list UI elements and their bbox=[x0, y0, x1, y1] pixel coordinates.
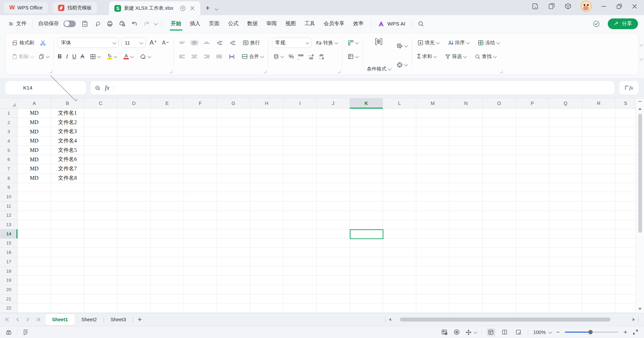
cell-M1[interactable] bbox=[416, 109, 449, 118]
cell-J21[interactable] bbox=[317, 294, 350, 303]
cell-F4[interactable] bbox=[184, 136, 217, 146]
cell-L4[interactable] bbox=[383, 136, 416, 146]
cell-A6[interactable]: MD bbox=[18, 155, 51, 164]
cell-K4[interactable] bbox=[350, 136, 383, 146]
cell-N9[interactable] bbox=[449, 183, 483, 192]
cell-N6[interactable] bbox=[449, 155, 483, 164]
cell-P21[interactable] bbox=[516, 294, 549, 303]
cell-E16[interactable] bbox=[151, 248, 184, 257]
cell-Q13[interactable] bbox=[549, 220, 582, 229]
cell-O18[interactable] bbox=[483, 267, 516, 276]
zoom-slider-thumb[interactable] bbox=[588, 330, 593, 334]
cell-F3[interactable] bbox=[184, 127, 217, 136]
cell-B19[interactable] bbox=[51, 276, 84, 285]
filter-chevron-icon[interactable] bbox=[463, 54, 467, 58]
cell-M13[interactable] bbox=[416, 220, 449, 229]
cell-I4[interactable] bbox=[283, 136, 317, 146]
cell-G14[interactable] bbox=[217, 229, 250, 238]
cell-S17[interactable] bbox=[615, 257, 636, 266]
cell-S20[interactable] bbox=[615, 285, 636, 294]
cell-H5[interactable] bbox=[250, 146, 283, 155]
align-middle-button[interactable] bbox=[190, 40, 199, 45]
increase-font-button[interactable]: A+ bbox=[148, 38, 158, 48]
cell-S7[interactable] bbox=[615, 164, 636, 173]
cell-R17[interactable] bbox=[582, 257, 615, 266]
cell-M2[interactable] bbox=[416, 118, 449, 127]
cell-O22[interactable] bbox=[483, 303, 516, 313]
cell-I15[interactable] bbox=[283, 239, 317, 248]
pan-mode-chevron-icon[interactable] bbox=[473, 330, 477, 333]
cell-P2[interactable] bbox=[516, 118, 549, 127]
row-header-17[interactable]: 17 bbox=[0, 257, 17, 267]
cell-F6[interactable] bbox=[184, 155, 217, 164]
menu-tab-工具[interactable]: 工具 bbox=[300, 15, 319, 32]
split-handle[interactable] bbox=[638, 101, 642, 102]
cell-D15[interactable] bbox=[117, 239, 151, 248]
cell-R21[interactable] bbox=[582, 294, 615, 303]
cell-R20[interactable] bbox=[582, 285, 615, 294]
cell-O12[interactable] bbox=[483, 211, 516, 220]
menu-tab-开始[interactable]: 开始 bbox=[166, 15, 185, 32]
filter-button[interactable]: 筛选 bbox=[443, 52, 467, 61]
cell-L12[interactable] bbox=[383, 211, 416, 220]
cell-I16[interactable] bbox=[283, 248, 317, 257]
cell-B13[interactable] bbox=[51, 220, 84, 229]
column-header-K[interactable]: K bbox=[350, 98, 383, 108]
cell-H10[interactable] bbox=[250, 192, 283, 201]
cell-L16[interactable] bbox=[383, 248, 416, 257]
cell-F11[interactable] bbox=[184, 202, 217, 211]
cell-J22[interactable] bbox=[317, 303, 350, 313]
cell-H19[interactable] bbox=[250, 276, 283, 285]
column-header-L[interactable]: L bbox=[383, 98, 416, 108]
cell-Q16[interactable] bbox=[549, 248, 582, 257]
alignment-dialog-launcher[interactable] bbox=[264, 70, 266, 73]
cell-H17[interactable] bbox=[250, 257, 283, 266]
row-header-21[interactable]: 21 bbox=[0, 294, 17, 304]
align-top-button[interactable] bbox=[178, 41, 186, 45]
row-header-15[interactable]: 15 bbox=[0, 239, 17, 248]
cell-N19[interactable] bbox=[449, 276, 483, 285]
share-button[interactable]: 分享 bbox=[608, 18, 638, 29]
cell-B16[interactable] bbox=[51, 248, 84, 257]
row-header-10[interactable]: 10 bbox=[0, 192, 17, 202]
cell-size-chevron-icon[interactable] bbox=[404, 62, 408, 66]
macro-icon[interactable] bbox=[5, 329, 12, 336]
select-all-corner[interactable] bbox=[0, 98, 18, 108]
cell-N18[interactable] bbox=[449, 267, 483, 276]
cell-G4[interactable] bbox=[217, 136, 250, 146]
cell-S16[interactable] bbox=[615, 248, 636, 257]
cell-O14[interactable] bbox=[483, 229, 516, 238]
cell-B8[interactable]: 文件名8 bbox=[51, 174, 84, 183]
cell-H9[interactable] bbox=[250, 183, 283, 192]
cell-I19[interactable] bbox=[283, 276, 317, 285]
normal-view-button[interactable] bbox=[487, 328, 495, 336]
cell-R5[interactable] bbox=[582, 146, 615, 155]
cell-S22[interactable] bbox=[615, 303, 636, 313]
cell-S4[interactable] bbox=[615, 136, 636, 146]
cell-P12[interactable] bbox=[516, 211, 549, 220]
cell-B3[interactable]: 文件名3 bbox=[51, 127, 84, 136]
cell-F16[interactable] bbox=[184, 248, 217, 257]
cell-E10[interactable] bbox=[151, 192, 184, 201]
cell-D22[interactable] bbox=[117, 303, 151, 313]
cell-G3[interactable] bbox=[217, 127, 250, 136]
cell-Q4[interactable] bbox=[549, 136, 582, 146]
zoom-chevron-icon[interactable] bbox=[548, 330, 552, 333]
cell-M15[interactable] bbox=[416, 239, 449, 248]
number-dialog-launcher[interactable] bbox=[338, 70, 340, 73]
cell-N12[interactable] bbox=[449, 211, 483, 220]
cell-K13[interactable] bbox=[350, 220, 383, 229]
cell-A1[interactable]: MD bbox=[18, 109, 51, 118]
cell-Q15[interactable] bbox=[549, 239, 582, 248]
cell-P20[interactable] bbox=[516, 285, 549, 294]
cell-P1[interactable] bbox=[516, 109, 549, 118]
cell-E22[interactable] bbox=[151, 303, 184, 313]
cell-S11[interactable] bbox=[615, 202, 636, 211]
autosum-button[interactable]: Σ 求和 bbox=[416, 52, 437, 61]
cell-R10[interactable] bbox=[582, 192, 615, 201]
cell-G9[interactable] bbox=[217, 183, 250, 192]
cell-style-button[interactable] bbox=[395, 42, 408, 51]
cell-O3[interactable] bbox=[483, 127, 516, 136]
cell-S5[interactable] bbox=[615, 146, 636, 155]
cell-M9[interactable] bbox=[416, 183, 449, 192]
